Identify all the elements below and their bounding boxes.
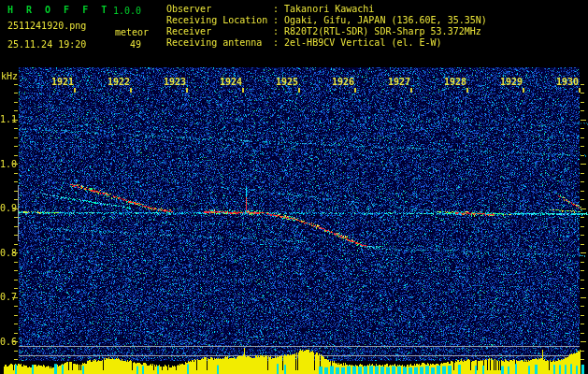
freq-tick-minor [581,110,584,111]
freq-tick-major [581,341,586,342]
freq-tick-minor [14,315,18,316]
time-tick [130,88,132,93]
text-overlay: H R O F F T 1.0.0 2511241920.png meteor … [0,0,588,374]
freq-label: 0.9 [0,203,12,213]
freq-label: 0.8 [0,248,12,258]
freq-tick-minor [581,306,584,307]
freq-tick-minor [581,146,584,147]
time-tick [242,88,244,93]
freq-tick-minor [14,270,18,271]
freq-tick-major [581,252,586,253]
freq-label: 1.1 [0,114,12,124]
time-label: 1928 [440,78,466,87]
freq-tick-minor [581,155,584,156]
station-info-row: Receiver: R820T2(RTL-SDR) SDR-Sharp 53.3… [166,26,487,37]
freq-tick-major [581,120,586,121]
mode-label: meteor [115,27,149,37]
freq-tick-minor [14,128,18,129]
app-version: 1.0.0 [113,6,141,16]
time-label: 1930 [552,78,579,87]
freq-tick-minor [581,270,584,271]
freq-tick-minor [581,288,584,289]
info-label: Receiver [166,26,273,37]
time-label: 1925 [272,78,298,87]
time-tick [523,88,524,93]
freq-tick-minor [581,191,584,192]
freq-tick-major [12,164,18,165]
freq-tick-minor [14,288,18,289]
info-value: : R820T2(RTL-SDR) SDR-Sharp 53.372MHz [273,26,481,36]
time-tick [410,88,412,93]
freq-tick-minor [581,93,584,94]
freq-tick-minor [581,137,584,138]
freq-tick-minor [14,235,18,236]
freq-tick-minor [14,102,18,103]
freq-tick-minor [14,191,18,192]
station-info: Observer: Takanori KawachiReceiving Loca… [166,4,487,49]
freq-tick-minor [581,235,584,236]
freq-tick-minor [14,199,18,200]
freq-tick-minor [14,181,18,182]
freq-tick-minor [581,315,584,316]
freq-tick-minor [14,93,18,94]
freq-tick-minor [14,359,18,360]
info-value: : 2el-HB9CV Vertical (el. E-W) [273,37,442,48]
freq-tick-major [12,252,18,253]
info-label: Observer [166,4,273,15]
time-tick [298,88,300,93]
echo-count: 49 [130,39,141,50]
freq-tick-major [12,297,18,298]
freq-tick-minor [14,146,18,147]
freq-tick-minor [14,110,18,111]
freq-tick-minor [581,128,584,129]
time-tick [579,88,581,93]
freq-tick-minor [14,324,18,324]
hrofft-screen: H R O F F T 1.0.0 2511241920.png meteor … [0,0,588,374]
freq-label: 1.0 [0,159,12,169]
freq-tick-minor [581,226,584,227]
freq-tick-minor [14,306,18,307]
freq-tick-major [12,341,18,342]
freq-tick-major [12,120,18,121]
info-label: Receiving antenna [166,37,273,49]
time-label: 1923 [160,78,186,87]
freq-tick-minor [581,84,584,85]
datetime: 25.11.24 19:20 [7,39,86,50]
freq-tick-minor [581,217,584,218]
freq-tick-minor [14,217,18,218]
freq-tick-minor [14,155,18,156]
info-value: : Ogaki, Gifu, JAPAN (136.60E, 35.35N) [273,15,487,25]
freq-tick-minor [14,262,18,263]
freq-tick-minor [581,181,584,182]
station-info-row: Observer: Takanori Kawachi [166,4,487,15]
filename: 2511241920.png [7,21,86,31]
station-info-row: Receiving Location: Ogaki, Gifu, JAPAN (… [166,15,487,26]
time-label: 1924 [216,78,242,87]
freq-tick-minor [581,324,584,324]
freq-tick-minor [581,280,584,280]
freq-tick-minor [14,137,18,138]
freq-tick-minor [14,244,18,245]
freq-tick-minor [581,173,584,174]
time-label: 1927 [384,78,410,87]
freq-tick-minor [581,351,584,352]
time-tick [354,88,356,93]
freq-tick-minor [581,199,584,200]
time-tick [74,88,76,93]
freq-tick-minor [14,333,18,334]
freq-tick-major [581,209,586,209]
freq-label: 0.7 [0,292,12,302]
time-label: 1926 [328,78,354,87]
freq-tick-minor [14,226,18,227]
freq-unit-label: kHz [1,71,18,81]
time-label: 1921 [48,78,74,87]
info-value: : Takanori Kawachi [273,4,374,14]
freq-tick-minor [581,333,584,334]
freq-tick-minor [581,102,584,103]
freq-tick-minor [14,280,18,280]
freq-label: 0.6 [0,337,12,347]
freq-tick-major [12,209,18,209]
freq-tick-minor [14,173,18,174]
freq-tick-minor [581,244,584,245]
freq-tick-major [581,297,586,298]
